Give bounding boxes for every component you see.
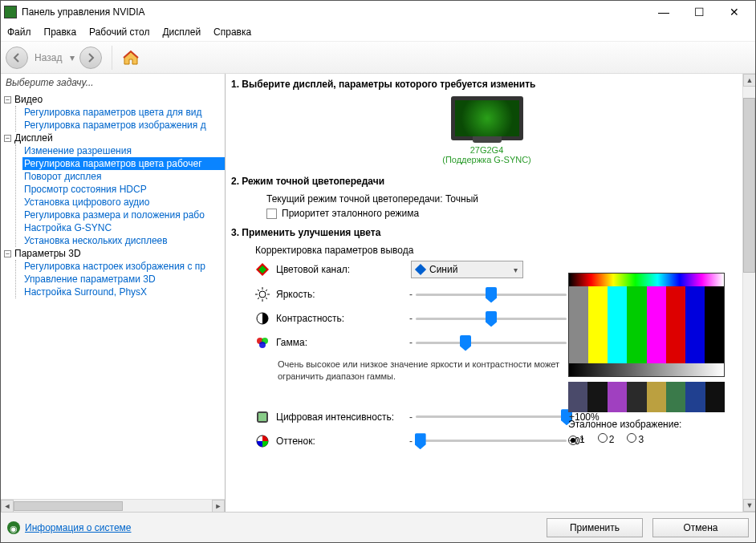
tree-item[interactable]: Регулировка параметров изображения д <box>22 119 225 132</box>
step2-header: 2. Режим точной цветопередачи <box>231 176 742 187</box>
ref-radio-3[interactable]: 3 <box>627 433 644 445</box>
tree-item[interactable]: Настройка G-SYNC <box>22 221 225 234</box>
gamma-slider[interactable]: -+ <box>411 334 571 351</box>
tree-item[interactable]: Регулировка настроек изображения с пр <box>22 260 225 273</box>
arrow-right-icon <box>85 52 96 63</box>
task-tree: − Видео Регулировка параметров цвета для… <box>1 91 225 499</box>
task-header: Выберите задачу... <box>1 74 225 91</box>
svg-line-10 <box>258 298 259 299</box>
main-panel: 1. Выберите дисплей, параметры которого … <box>226 74 755 512</box>
reference-label: Эталонное изображение: <box>568 419 725 430</box>
mode-label: Текущий режим точной цветопередачи: <box>266 193 443 205</box>
hue-label: Оттенок: <box>276 436 404 447</box>
tree-item-selected[interactable]: Регулировка параметров цвета рабочег <box>22 157 225 170</box>
collapse-icon: − <box>4 96 11 103</box>
tree-item[interactable]: Изменение разрешения <box>22 144 225 157</box>
svg-line-9 <box>266 290 267 291</box>
gamma-label: Гамма: <box>276 337 404 348</box>
adjust-header: Корректировка параметров вывода <box>255 245 742 256</box>
collapse-icon: − <box>4 135 11 142</box>
tree-item[interactable]: Управление параметрами 3D <box>22 273 225 286</box>
display-gsync: (Поддержка G-SYNC) <box>442 155 531 164</box>
scroll-thumb[interactable] <box>14 501 123 511</box>
maximize-button[interactable]: ☐ <box>681 1 717 23</box>
tree-group-label: Дисплей <box>14 132 53 144</box>
tree-group-display[interactable]: − Дисплей <box>4 132 225 144</box>
tree-item[interactable]: Регулировка размера и положения рабо <box>22 209 225 221</box>
tree-item[interactable]: Регулировка параметров цвета для вид <box>22 106 225 119</box>
menubar: Файл Правка Рабочий стол Дисплей Справка <box>1 23 755 42</box>
hue-slider[interactable]: -+ <box>411 433 571 449</box>
back-dropdown-icon[interactable]: ▾ <box>70 52 75 63</box>
scroll-down-icon[interactable]: ▼ <box>743 499 755 512</box>
step1-header: 1. Выберите дисплей, параметры которого … <box>231 79 742 90</box>
info-icon: ◉ <box>7 521 20 534</box>
menu-help[interactable]: Справка <box>212 25 253 39</box>
toolbar: Назад ▾ <box>1 42 755 74</box>
gamma-hint: Очень высокое или низкое значение яркост… <box>278 359 600 383</box>
home-icon <box>122 50 140 66</box>
vibrance-slider[interactable]: -+ <box>411 409 571 425</box>
tree-group-video[interactable]: − Видео <box>4 93 225 106</box>
hue-icon <box>255 434 270 448</box>
app-icon <box>4 6 17 18</box>
back-label: Назад <box>35 52 62 63</box>
step3-header: 3. Применить улучшения цвета <box>231 227 742 238</box>
svg-point-14 <box>259 342 266 348</box>
ref-radio-2[interactable]: 2 <box>598 433 615 445</box>
contrast-slider[interactable]: -+ <box>411 310 571 326</box>
tree-group-3d[interactable]: − Параметры 3D <box>4 247 225 260</box>
tree-item[interactable]: Просмотр состояния HDCP <box>22 183 225 196</box>
menu-desktop[interactable]: Рабочий стол <box>87 25 151 39</box>
tree-item[interactable]: Установка цифрового аудио <box>22 196 225 209</box>
contrast-label: Контрастность: <box>276 313 404 324</box>
menu-edit[interactable]: Правка <box>43 25 79 39</box>
tree-item[interactable]: Установка нескольких дисплеев <box>22 234 225 247</box>
menu-display[interactable]: Дисплей <box>161 25 202 39</box>
window-title: Панель управления NVIDIA <box>22 6 646 18</box>
tree-item[interactable]: Поворот дисплея <box>22 170 225 183</box>
brightness-slider[interactable]: -+ <box>411 286 571 302</box>
scroll-up-icon[interactable]: ▲ <box>743 74 755 87</box>
vibrance-icon <box>255 410 270 424</box>
sidebar: Выберите задачу... − Видео Регулировка п… <box>1 74 226 512</box>
priority-checkbox[interactable] <box>266 209 277 219</box>
sidebar-scrollbar[interactable]: ◄ ► <box>1 499 225 512</box>
diamond-icon <box>415 264 426 275</box>
svg-point-2 <box>259 291 266 298</box>
tree-item[interactable]: Настройка Surround, PhysX <box>22 286 225 298</box>
svg-rect-16 <box>258 413 266 421</box>
forward-button[interactable] <box>79 47 102 69</box>
menu-file[interactable]: Файл <box>6 25 33 39</box>
titlebar: Панель управления NVIDIA — ☐ ✕ <box>1 1 755 23</box>
brightness-icon <box>255 287 270 302</box>
channel-icon <box>255 262 270 277</box>
channel-select[interactable]: Синий ▾ <box>411 261 523 278</box>
channel-value: Синий <box>429 264 457 275</box>
priority-checkbox-label: Приоритет эталонного режима <box>282 208 419 219</box>
gamma-icon <box>255 335 270 350</box>
apply-button[interactable]: Применить <box>547 518 643 537</box>
home-button[interactable] <box>122 50 140 66</box>
brightness-label: Яркость: <box>276 289 404 300</box>
display-name: 27G2G4 <box>442 145 531 155</box>
svg-line-8 <box>266 298 267 299</box>
cancel-button[interactable]: Отмена <box>652 518 749 537</box>
ref-radio-1[interactable]: 1 <box>568 434 585 445</box>
scroll-left-icon[interactable]: ◄ <box>1 500 14 513</box>
color-preview-secondary <box>568 382 725 412</box>
tree-group-label: Видео <box>14 94 43 105</box>
chevron-down-icon: ▾ <box>514 265 518 274</box>
main-scrollbar[interactable]: ▲ ▼ <box>742 74 755 512</box>
scroll-thumb[interactable] <box>743 98 755 273</box>
arrow-left-icon <box>11 52 22 63</box>
toolbar-separator <box>112 46 112 70</box>
back-button[interactable] <box>6 47 28 69</box>
display-selector[interactable]: 27G2G4 (Поддержка G-SYNC) <box>442 96 531 164</box>
mode-value: Точный <box>445 193 478 205</box>
minimize-button[interactable]: — <box>646 1 681 23</box>
system-info-link[interactable]: Информация о системе <box>25 522 131 533</box>
scroll-right-icon[interactable]: ► <box>212 500 225 513</box>
svg-line-7 <box>258 290 259 291</box>
close-button[interactable]: ✕ <box>717 1 752 23</box>
